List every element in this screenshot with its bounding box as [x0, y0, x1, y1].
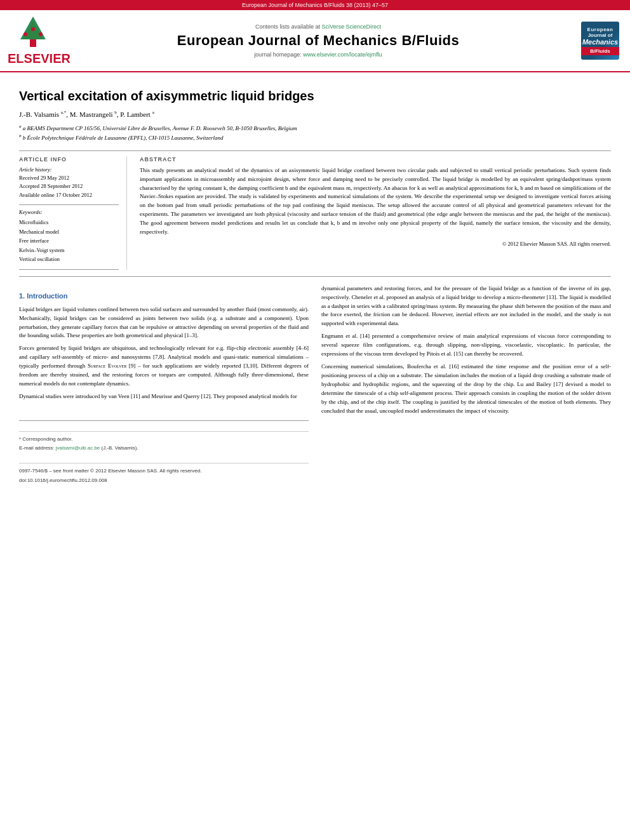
keywords-list: Microfluidics Mechanical model Free inte…	[19, 218, 119, 263]
elsevier-logo: ELSEVIER	[8, 15, 58, 66]
footer-divider	[19, 420, 309, 421]
contents-line: Contents lists available at SciVerse Sci…	[65, 23, 572, 30]
top-bar: European Journal of Mechanics B/Fluids 3…	[0, 0, 630, 10]
main-content: Vertical excitation of axisymmetric liqu…	[0, 72, 630, 500]
keywords-section: Keywords: Microfluidics Mechanical model…	[19, 209, 119, 263]
divider-2	[19, 276, 611, 277]
abstract-text: This study presents an analytical model …	[140, 166, 611, 237]
email-link[interactable]: jvalsami@ulb.ac.be	[56, 445, 100, 451]
sciverse-link[interactable]: SciVerse ScienceDirect	[322, 23, 382, 30]
elsevier-wordmark: ELSEVIER	[8, 51, 58, 66]
journal-homepage: journal homepage: www.elsevier.com/locat…	[65, 51, 572, 58]
body-section: 1. Introduction Liquid bridges are liqui…	[19, 284, 611, 487]
issn-note: 0997-7546/$ – see front matter © 2012 El…	[19, 467, 309, 475]
info-abstract-section: ARTICLE INFO Article history: Received 2…	[19, 156, 611, 270]
body-para-r1: dynamical parameters and restoring force…	[321, 284, 611, 329]
body-col-left: 1. Introduction Liquid bridges are liqui…	[19, 284, 309, 487]
copyright-line: © 2012 Elsevier Masson SAS. All rights r…	[140, 241, 611, 247]
divider-info-2	[19, 269, 119, 270]
keywords-label: Keywords:	[19, 209, 119, 215]
divider-info	[19, 204, 119, 205]
footer-bar: * Corresponding author. E-mail address: …	[19, 431, 309, 453]
body-para-2: Forces generated by liquid bridges are u…	[19, 344, 309, 389]
article-info-col: ARTICLE INFO Article history: Received 2…	[19, 156, 127, 270]
journal-center: Contents lists available at SciVerse Sci…	[65, 23, 572, 58]
body-para-r2: Engmann et al. [14] presented a comprehe…	[321, 332, 611, 359]
journal-citation: European Journal of Mechanics B/Fluids 3…	[242, 2, 388, 8]
article-history: Article history: Received 29 May 2012 Ac…	[19, 166, 119, 200]
body-col-right: dynamical parameters and restoring force…	[321, 284, 611, 487]
article-dates: Received 29 May 2012 Accepted 28 Septemb…	[19, 174, 119, 200]
footer-notes: * Corresponding author. E-mail address: …	[19, 420, 309, 485]
section-1-heading: 1. Introduction	[19, 291, 309, 302]
homepage-link[interactable]: www.elsevier.com/locate/ejmflu	[303, 51, 382, 58]
email-note: E-mail address: jvalsami@ulb.ac.be (J.-B…	[19, 444, 309, 452]
journal-logo-box: European Journal of Mechanics B/Fluids	[581, 22, 619, 60]
footer-issn: 0997-7546/$ – see front matter © 2012 El…	[19, 463, 309, 485]
body-para-3: Dynamical studies were introduced by van…	[19, 392, 309, 401]
authors: J.-B. Valsamis a,*, M. Mastrangeli b, P.…	[19, 110, 611, 118]
abstract-label: ABSTRACT	[140, 156, 611, 163]
body-para-r3: Concerning numerical simulations, Boufer…	[321, 363, 611, 416]
journal-header: ELSEVIER Contents lists available at Sci…	[0, 10, 630, 72]
body-para-1: Liquid bridges are liquid volumes confin…	[19, 305, 309, 341]
journal-logo-right: European Journal of Mechanics B/Fluids	[578, 22, 622, 60]
article-info-label: ARTICLE INFO	[19, 156, 119, 163]
abstract-col: ABSTRACT This study presents an analytic…	[140, 156, 611, 270]
history-label: Article history:	[19, 166, 119, 173]
svg-point-3	[23, 32, 27, 36]
svg-point-4	[39, 32, 43, 36]
corresponding-note: * Corresponding author.	[19, 436, 309, 443]
article-title: Vertical excitation of axisymmetric liqu…	[19, 89, 611, 103]
divider-1	[19, 150, 611, 151]
affiliations: a a BEAMS Department CP 165/56, Universi…	[19, 123, 611, 143]
journal-title: European Journal of Mechanics B/Fluids	[65, 32, 572, 49]
doi-note: doi:10.1016/j.euromechflu.2012.09.008	[19, 477, 309, 484]
elsevier-logo-svg	[8, 15, 58, 50]
svg-point-5	[31, 27, 35, 31]
